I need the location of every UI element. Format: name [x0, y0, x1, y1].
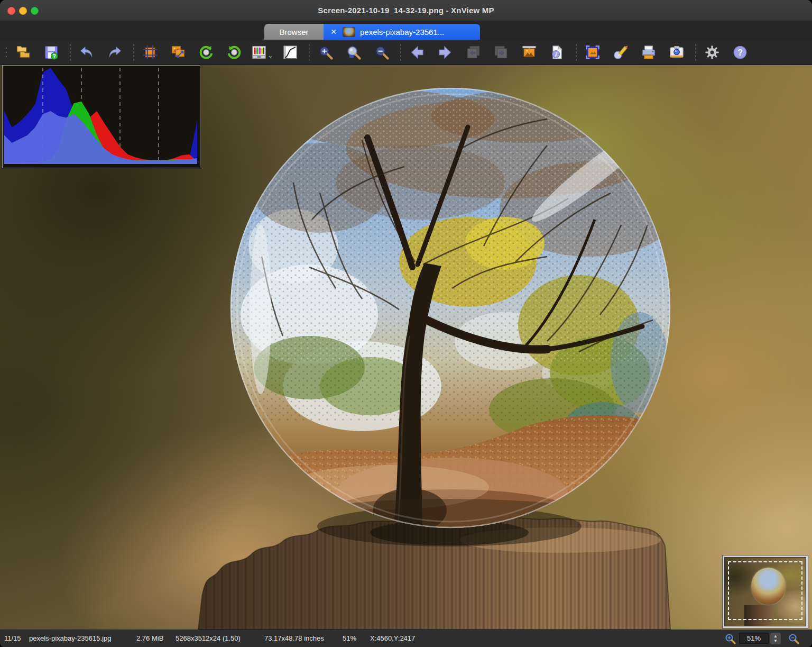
resize-icon: [170, 44, 186, 60]
screen-capture-button[interactable]: [666, 41, 687, 63]
minimize-window-button[interactable]: [19, 7, 27, 15]
tab-bar: Browser ✕ pexels-pixabay-23561...: [0, 21, 812, 40]
status-filename: pexels-pixabay-235615.jpg: [29, 634, 111, 642]
screen-capture-icon: [669, 44, 685, 60]
edit-paint-icon: [613, 44, 629, 60]
previous-page-icon: [465, 44, 481, 60]
close-window-button[interactable]: [7, 7, 15, 15]
titlebar[interactable]: Screen-2021-10-19_14-32-19.png - XnView …: [0, 0, 812, 21]
toolbar-separator: [70, 44, 71, 61]
rotate-left-button[interactable]: [196, 41, 217, 63]
window-title: Screen-2021-10-19_14-32-19.png - XnView …: [318, 6, 494, 15]
open-browser-icon: [15, 44, 31, 60]
curves-icon: [282, 44, 298, 60]
settings-icon: [704, 44, 720, 60]
toolbar-separator: [309, 44, 310, 61]
status-zoom-out-button[interactable]: [788, 633, 800, 645]
redo-icon: [107, 44, 123, 60]
status-print-size: 73.17x48.78 inches: [264, 634, 324, 642]
xnview-window: Screen-2021-10-19_14-32-19.png - XnView …: [0, 0, 812, 647]
adjust-colors-icon: [251, 44, 267, 60]
status-cursor-pos: X:4560,Y:2417: [370, 634, 415, 642]
main-toolbar: ?⌄i?: [0, 40, 812, 65]
edit-paint-button[interactable]: [610, 41, 631, 63]
zoom-spinner-up-button[interactable]: ▲: [773, 634, 778, 639]
navigator-view-rect[interactable]: [728, 561, 802, 620]
crop-button[interactable]: [140, 41, 161, 63]
print-button[interactable]: [638, 41, 659, 63]
histogram-panel: [2, 65, 200, 168]
next-page-button[interactable]: [491, 41, 512, 63]
image-viewer[interactable]: [0, 65, 812, 630]
status-zoom-in-button[interactable]: [724, 633, 737, 645]
save-as-icon: ?: [43, 44, 59, 60]
undo-icon: [79, 44, 95, 60]
glass-ball: [230, 87, 679, 553]
status-file-index: 11/15: [4, 634, 21, 642]
next-image-icon: [437, 44, 453, 60]
dropdown-arrow-icon[interactable]: ⌄: [267, 51, 273, 59]
print-icon: [641, 44, 657, 60]
status-dimensions: 5268x3512x24 (1.50): [176, 634, 241, 642]
zoom-spinner-down-button[interactable]: ▼: [773, 639, 778, 643]
toolbar-separator: [133, 44, 134, 61]
navigator-thumbnail: [724, 557, 806, 626]
curves-button[interactable]: [280, 41, 301, 63]
tab-active-label: pexels-pixabay-23561...: [360, 28, 444, 37]
status-file-size: 2.76 MiB: [136, 634, 163, 642]
histogram-chart: [3, 66, 199, 167]
zoom-in-button[interactable]: [315, 41, 336, 63]
next-image-button[interactable]: [435, 41, 456, 63]
zoom-actual-icon: [346, 44, 362, 60]
zoom-out-button[interactable]: [371, 41, 392, 63]
tab-close-icon[interactable]: ✕: [329, 28, 338, 36]
zoom-out-icon: [374, 44, 390, 60]
resize-button[interactable]: [168, 41, 189, 63]
redo-button[interactable]: [104, 41, 125, 63]
navigator-panel: [722, 555, 808, 628]
toolbar-separator: [576, 44, 577, 61]
svg-text:?: ?: [53, 53, 56, 59]
status-zoom-field[interactable]: [739, 633, 769, 644]
svg-text:?: ?: [737, 48, 743, 57]
previous-image-icon: [409, 44, 425, 60]
slideshow-button[interactable]: [519, 41, 540, 63]
image-info-icon: i: [549, 44, 565, 60]
traffic-lights: [7, 7, 39, 15]
next-page-icon: [493, 44, 509, 60]
tab-active-image[interactable]: ✕ pexels-pixabay-23561...: [324, 24, 480, 40]
tab-browser[interactable]: Browser: [264, 24, 324, 40]
fullscreen-icon: [585, 44, 601, 60]
fullscreen-button[interactable]: [582, 41, 603, 63]
toolbar-drag-handle[interactable]: [4, 44, 8, 60]
previous-page-button[interactable]: [463, 41, 484, 63]
zoom-in-icon: [318, 44, 334, 60]
undo-button[interactable]: [76, 41, 97, 63]
previous-image-button[interactable]: [407, 41, 428, 63]
help-icon: ?: [732, 44, 748, 60]
save-as-button[interactable]: ?: [41, 41, 62, 63]
zoom-actual-button[interactable]: [343, 41, 364, 63]
settings-button[interactable]: [702, 41, 723, 63]
rotate-right-icon: [226, 44, 242, 60]
help-button[interactable]: ?: [730, 41, 751, 63]
crop-icon: [142, 44, 158, 60]
adjust-colors-button[interactable]: ⌄: [252, 41, 273, 63]
status-bar: 11/15 pexels-pixabay-235615.jpg 2.76 MiB…: [0, 630, 812, 647]
slideshow-icon: [521, 44, 537, 60]
rotate-right-button[interactable]: [224, 41, 245, 63]
maximize-window-button[interactable]: [31, 7, 39, 15]
rotate-left-icon: [198, 44, 214, 60]
tab-thumbnail: [343, 28, 355, 37]
image-info-button[interactable]: i: [547, 41, 568, 63]
zoom-spinner: ▲ ▼: [770, 633, 781, 644]
open-browser-button[interactable]: [13, 41, 34, 63]
tab-browser-label: Browser: [279, 28, 308, 37]
toolbar-separator: [695, 44, 696, 61]
toolbar-separator: [400, 44, 401, 61]
status-zoom: 51%: [343, 634, 356, 642]
